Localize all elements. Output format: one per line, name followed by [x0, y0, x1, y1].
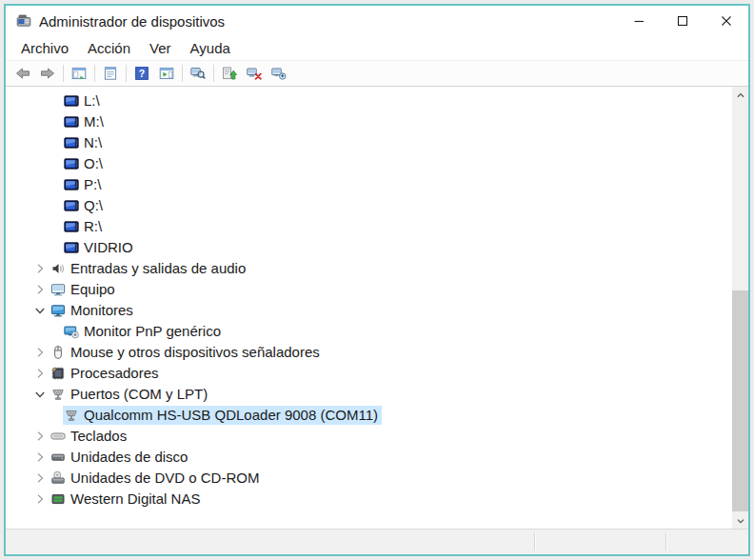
tree-item-content[interactable]: L:\: [63, 91, 104, 110]
tree-item-label: L:\: [84, 91, 100, 110]
tree-item-content[interactable]: Procesadores: [50, 364, 163, 383]
scroll-down-button[interactable]: [732, 512, 748, 529]
chevron-right-icon[interactable]: [32, 491, 48, 507]
tree-item[interactable]: M:\: [63, 111, 732, 132]
tree-item-content[interactable]: R:\: [63, 217, 106, 236]
tree-item-label: Procesadores: [70, 364, 159, 383]
chevron-down-icon[interactable]: [32, 303, 48, 318]
tree-item-content[interactable]: Monitores: [50, 301, 137, 320]
title-bar[interactable]: Administrador de dispositivos: [6, 6, 748, 36]
toolbar-separator: [213, 65, 214, 82]
tree-item-content[interactable]: Entradas y salidas de audio: [50, 259, 249, 278]
tree-item-content[interactable]: O:\: [63, 154, 107, 173]
maximize-button[interactable]: [661, 6, 704, 36]
chevron-right-icon[interactable]: [32, 429, 48, 444]
tree-item[interactable]: Unidades de DVD o CD-ROM: [32, 468, 732, 489]
toolbar-scan-changes-button[interactable]: [267, 62, 291, 85]
tree-item-content[interactable]: M:\: [63, 112, 108, 131]
toolbar-back-button[interactable]: [10, 62, 35, 85]
back-icon: [15, 66, 30, 81]
tree-item[interactable]: Teclados: [32, 426, 732, 447]
tree-item-label: Monitores: [70, 301, 133, 320]
scroll-up-icon: [734, 89, 747, 102]
tree-item-content[interactable]: Teclados: [50, 427, 130, 446]
tree-item[interactable]: Equipo: [32, 279, 732, 300]
tree-item-label: Mouse y otros dispositivos señaladores: [70, 343, 320, 362]
menu-archivo[interactable]: Archivo: [11, 40, 78, 56]
chevron-right-icon[interactable]: [32, 470, 48, 486]
portable-drive-icon: [64, 198, 79, 213]
chevron-right-icon[interactable]: [32, 282, 48, 297]
close-button[interactable]: [704, 6, 748, 36]
tree-item[interactable]: Procesadores: [32, 363, 732, 384]
toolbar-forward-button[interactable]: [35, 62, 60, 85]
tree-item-label: P:\: [84, 175, 101, 194]
toolbar-help-button[interactable]: [129, 62, 154, 85]
tree-item-label: Unidades de DVD o CD-ROM: [70, 469, 259, 488]
monitor-icon: [50, 303, 66, 318]
toolbar-action-pane-button[interactable]: [154, 62, 179, 85]
tree-item[interactable]: L:\: [63, 90, 732, 111]
tree-item[interactable]: Entradas y salidas de audio: [32, 258, 732, 279]
tree-item-content[interactable]: Puertos (COM y LPT): [50, 385, 211, 404]
tree-item[interactable]: Monitor PnP genérico: [63, 321, 732, 342]
toolbar-show-console-tree-button[interactable]: [67, 62, 91, 85]
tree-item-label: Monitor PnP genérico: [84, 322, 221, 341]
window-title: Administrador de dispositivos: [39, 13, 225, 30]
tree-item-content[interactable]: Mouse y otros dispositivos señaladores: [50, 343, 324, 362]
tree-item[interactable]: Monitores: [32, 300, 732, 321]
tree-item[interactable]: O:\: [63, 153, 732, 174]
menu-ayuda[interactable]: Ayuda: [181, 40, 240, 56]
menu-accion[interactable]: Acción: [78, 40, 140, 56]
tree-item-content[interactable]: Equipo: [50, 280, 119, 299]
show-console-tree-icon: [71, 66, 87, 81]
tree-item[interactable]: Qualcomm HS-USB QDLoader 9008 (COM11): [63, 405, 732, 426]
tree-item-label: Western Digital NAS: [70, 490, 200, 509]
tree-item-content[interactable]: Unidades de DVD o CD-ROM: [50, 469, 263, 488]
tree-item[interactable]: Q:\: [63, 195, 732, 216]
scrollbar-thumb[interactable]: [732, 290, 748, 511]
tree-item[interactable]: N:\: [63, 132, 732, 153]
tree-item-content[interactable]: Monitor PnP genérico: [63, 322, 225, 341]
dvd-icon: [50, 470, 66, 486]
toolbar-separator: [63, 65, 64, 82]
toolbar-uninstall-device-button[interactable]: [242, 62, 267, 85]
chevron-down-icon[interactable]: [32, 387, 48, 402]
portable-drive-icon: [64, 177, 79, 192]
scan-hardware-icon: [190, 66, 206, 81]
toolbar-scan-hardware-button[interactable]: [186, 62, 210, 85]
tree-item-content[interactable]: Q:\: [63, 196, 107, 215]
tree-item[interactable]: Unidades de disco: [32, 447, 732, 468]
tree-item[interactable]: R:\: [63, 216, 732, 237]
chevron-right-icon[interactable]: [32, 345, 48, 360]
chevron-right-icon[interactable]: [32, 450, 48, 465]
tree-item-label: Entradas y salidas de audio: [70, 259, 246, 278]
properties-icon: [103, 66, 118, 81]
tree-item[interactable]: Mouse y otros dispositivos señaladores: [32, 342, 732, 363]
chevron-right-icon[interactable]: [32, 261, 48, 276]
uninstall-device-icon: [247, 66, 262, 81]
toolbar-properties-button[interactable]: [98, 62, 123, 85]
toolbar-update-driver-button[interactable]: [217, 62, 242, 85]
tree-item-content[interactable]: P:\: [63, 175, 105, 194]
tree-item-content[interactable]: Qualcomm HS-USB QDLoader 9008 (COM11): [63, 406, 382, 425]
device-tree: L:\ M:\ N:\ O:\ P:\ Q:\: [6, 87, 732, 529]
scroll-up-button[interactable]: [732, 87, 748, 103]
tree-item-content[interactable]: N:\: [63, 133, 106, 152]
tree-item-content[interactable]: VIDRIO: [63, 238, 137, 257]
chevron-right-icon[interactable]: [32, 366, 48, 381]
tree-item[interactable]: VIDRIO: [63, 237, 732, 258]
portable-drive-icon: [64, 240, 79, 255]
status-bar: [6, 529, 748, 554]
tree-item-label: Equipo: [70, 280, 115, 299]
vertical-scrollbar[interactable]: [732, 87, 748, 529]
tree-item[interactable]: Puertos (COM y LPT): [32, 384, 732, 405]
menu-ver[interactable]: Ver: [140, 40, 181, 56]
tree-item[interactable]: Western Digital NAS: [32, 489, 732, 510]
minimize-button[interactable]: [617, 6, 661, 36]
tree-item-label: Unidades de disco: [70, 448, 188, 467]
tree-item-content[interactable]: Western Digital NAS: [50, 490, 204, 509]
tree-item[interactable]: P:\: [63, 174, 732, 195]
tree-item-label: Teclados: [70, 427, 127, 446]
tree-item-content[interactable]: Unidades de disco: [50, 448, 191, 467]
